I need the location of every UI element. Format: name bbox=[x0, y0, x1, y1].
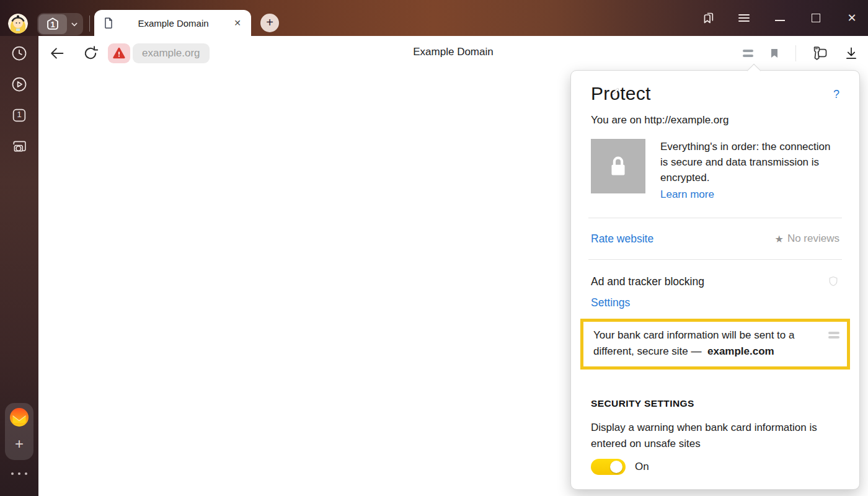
browser-window: 1 Example Domain ✕ + bbox=[0, 0, 868, 496]
protect-logo-o: o bbox=[609, 83, 620, 104]
protect-icon[interactable] bbox=[743, 50, 753, 57]
adblock-shield-icon bbox=[827, 275, 839, 288]
warning-domain: example.com bbox=[707, 345, 774, 357]
tab-counter: 1 bbox=[38, 14, 67, 34]
media-play-icon[interactable] bbox=[11, 76, 28, 93]
lock-icon bbox=[591, 139, 645, 193]
adblock-label: Ad and tracker blocking bbox=[591, 275, 704, 288]
toolbar-divider bbox=[795, 45, 796, 61]
toggle-knob bbox=[610, 461, 622, 473]
tab-close-icon[interactable]: ✕ bbox=[231, 17, 244, 29]
reviews-summary: ★ No reviews bbox=[775, 232, 839, 245]
bank-warning-toggle[interactable] bbox=[591, 459, 626, 475]
adblock-settings-link[interactable]: Settings bbox=[591, 296, 630, 309]
toolbar: example.org Example Domain bbox=[38, 36, 868, 71]
title-part: Pr bbox=[591, 83, 609, 104]
security-settings-heading: SECURITY SETTINGS bbox=[591, 398, 839, 409]
history-icon[interactable] bbox=[11, 45, 28, 62]
bank-card-warning-text: Your bank card information will be sent … bbox=[593, 327, 822, 360]
reload-icon[interactable] bbox=[82, 45, 99, 62]
protect-panel: Protect ? You are on http://example.org … bbox=[570, 70, 860, 490]
learn-more-link[interactable]: Learn more bbox=[660, 188, 714, 201]
tab-group-count: 1 bbox=[38, 20, 67, 29]
back-icon[interactable] bbox=[48, 45, 66, 62]
help-link[interactable]: ? bbox=[833, 88, 839, 101]
tab-strip-divider bbox=[89, 16, 90, 32]
sidebar-tab-count: 1 bbox=[11, 110, 28, 119]
url-text: example.org bbox=[142, 47, 200, 60]
security-warning-badge[interactable] bbox=[108, 43, 130, 63]
titlebar: 1 Example Domain ✕ + bbox=[0, 0, 868, 36]
divider bbox=[588, 259, 842, 260]
avatar-image bbox=[8, 14, 28, 33]
new-tab-button[interactable]: + bbox=[260, 14, 279, 32]
current-site-text: You are on http://example.org bbox=[591, 114, 839, 126]
star-icon: ★ bbox=[775, 233, 784, 245]
active-tab[interactable]: Example Domain ✕ bbox=[94, 10, 251, 36]
panel-header: Protect ? bbox=[591, 83, 839, 104]
status-text: Everything's in order: the connection is… bbox=[660, 139, 839, 185]
chevron-down-icon[interactable] bbox=[68, 17, 81, 31]
tab-group-pill[interactable]: 1 bbox=[37, 13, 83, 35]
warning-protect-icon bbox=[828, 332, 839, 360]
side-panel-icon[interactable] bbox=[701, 11, 715, 25]
maximize-button[interactable] bbox=[808, 11, 823, 25]
connection-status: Everything's in order: the connection is… bbox=[660, 139, 839, 201]
rate-website-link[interactable]: Rate website bbox=[591, 232, 653, 246]
address-bar[interactable]: example.org bbox=[133, 43, 210, 63]
extension-tag-icon[interactable] bbox=[811, 45, 828, 62]
window-controls: ✕ bbox=[701, 7, 859, 29]
app-dock: + bbox=[5, 403, 33, 460]
bank-card-warning-highlight[interactable]: Your bank card information will be sent … bbox=[580, 319, 850, 370]
bookmark-icon[interactable] bbox=[768, 46, 781, 60]
sidebar: 1 + bbox=[0, 36, 38, 496]
connection-status-row: Everything's in order: the connection is… bbox=[591, 139, 839, 201]
rate-website-row: Rate website ★ No reviews bbox=[591, 218, 839, 259]
download-icon[interactable] bbox=[843, 45, 859, 61]
page-favicon-icon bbox=[102, 16, 115, 30]
title-part: tect bbox=[620, 83, 650, 104]
no-reviews-text: No reviews bbox=[787, 232, 839, 245]
menu-icon[interactable] bbox=[737, 11, 751, 25]
close-button[interactable]: ✕ bbox=[844, 11, 859, 25]
profile-avatar[interactable] bbox=[8, 14, 28, 33]
minimize-button[interactable] bbox=[773, 11, 787, 25]
warning-dash: — bbox=[691, 345, 702, 357]
toolbar-right-icons bbox=[743, 43, 859, 63]
warning-triangle-icon bbox=[112, 46, 126, 60]
panel-title: Protect bbox=[591, 83, 650, 104]
screenshot-icon[interactable] bbox=[11, 138, 28, 155]
tabs-panel-icon[interactable]: 1 bbox=[11, 107, 28, 124]
close-glyph: ✕ bbox=[847, 11, 856, 25]
add-app-button[interactable]: + bbox=[5, 433, 33, 456]
tab-title: Example Domain bbox=[115, 18, 231, 29]
toggle-state-label: On bbox=[635, 461, 649, 473]
security-toggle-row: On bbox=[591, 459, 839, 475]
adblock-row: Ad and tracker blocking bbox=[591, 275, 839, 288]
sidebar-more-icon[interactable] bbox=[0, 472, 38, 475]
yandex-mail-icon[interactable] bbox=[9, 407, 30, 428]
security-setting-description: Display a warning when bank card informa… bbox=[591, 420, 839, 452]
